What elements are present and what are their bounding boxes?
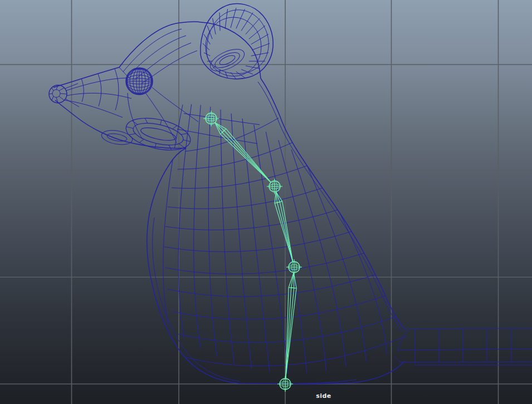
scene-canvas	[0, 0, 532, 404]
mesh-edge	[165, 209, 342, 230]
mesh-edge	[155, 144, 156, 149]
mesh-edge	[128, 36, 186, 76]
mesh-edge	[236, 9, 245, 28]
mesh-edge	[207, 10, 269, 74]
mesh-edge	[147, 148, 404, 384]
mesh-edge	[219, 70, 220, 75]
mesh-edge	[178, 104, 191, 338]
mesh-edge	[128, 93, 143, 139]
mesh-edge	[60, 93, 67, 94]
mesh-edge	[398, 349, 532, 350]
mesh-edge	[129, 134, 135, 135]
mesh-edge	[119, 22, 201, 67]
mesh-edge	[139, 139, 144, 142]
eye-wireframe	[126, 68, 153, 95]
mesh-edge	[402, 362, 532, 362]
mesh-edge	[305, 160, 366, 361]
mesh-edge	[134, 43, 191, 80]
mesh-edge	[132, 121, 138, 125]
mesh-edge	[50, 93, 53, 94]
mesh-edge	[181, 134, 188, 135]
mesh-edge	[98, 74, 101, 106]
joint-chain-skeleton[interactable]	[203, 111, 302, 392]
skeleton-joint[interactable]	[286, 259, 302, 275]
mesh-edge	[219, 13, 220, 31]
mesh-edge	[406, 328, 532, 329]
mesh-edge	[59, 96, 64, 100]
mesh-edge	[169, 145, 172, 150]
mesh-edge	[126, 127, 134, 129]
mesh-edge	[145, 118, 148, 123]
mesh-edge	[173, 126, 177, 129]
bone-edge	[286, 273, 294, 378]
mesh-edge	[394, 357, 402, 362]
mesh-edge	[251, 53, 269, 56]
lip-ring	[100, 128, 133, 146]
mesh-edge	[81, 78, 84, 102]
mesh-edge	[251, 34, 269, 44]
mesh-edge	[221, 110, 234, 363]
mesh-edge	[258, 82, 402, 331]
camera-label: side	[316, 392, 331, 400]
mesh-edge	[398, 331, 407, 350]
mesh-edge	[52, 96, 53, 100]
mouth-wireframe	[100, 112, 193, 155]
viewport-side[interactable]: side	[0, 0, 532, 404]
mesh-edge	[203, 43, 209, 50]
mesh-edge	[160, 120, 162, 125]
mouth-ring	[140, 125, 177, 143]
mesh-edge	[207, 26, 212, 39]
ear-wireframe	[201, 4, 273, 79]
mesh-edge	[59, 88, 64, 91]
mesh-edge	[201, 4, 273, 79]
mesh-edge	[184, 114, 260, 125]
ear-canal-ring	[207, 45, 247, 75]
mesh-edge	[165, 252, 368, 274]
mesh-edge	[164, 230, 355, 252]
skeleton-joint[interactable]	[277, 376, 293, 392]
mesh-edge	[236, 72, 245, 78]
mesh-edge	[225, 9, 227, 28]
mesh-edge	[168, 186, 328, 209]
mesh-edge	[66, 93, 131, 98]
mesh-edge	[141, 51, 197, 83]
mesh-edge	[115, 69, 119, 110]
mesh-edge	[153, 218, 240, 381]
mesh-edge	[52, 88, 53, 91]
viewport-grid	[0, 0, 532, 404]
bone-edge	[222, 131, 224, 132]
mesh-edge	[66, 99, 79, 107]
bone-edge	[277, 202, 280, 203]
ear-canal-ring	[213, 50, 242, 71]
mesh-edge	[194, 105, 201, 348]
mesh-edge	[179, 144, 184, 147]
mesh-edge	[178, 141, 296, 169]
lip-ring	[106, 132, 128, 142]
mesh-edge	[172, 164, 312, 188]
mesh-edge	[208, 107, 217, 357]
mesh-edge	[252, 43, 270, 50]
